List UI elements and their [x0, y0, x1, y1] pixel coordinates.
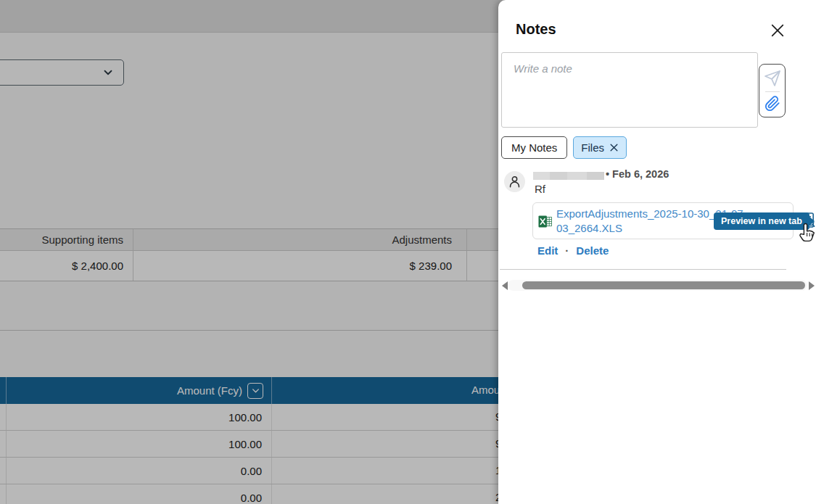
date-text: Feb 6, 2026 — [612, 168, 669, 180]
author-name-redacted — [533, 172, 604, 180]
excel-file-icon — [538, 215, 552, 228]
close-button[interactable] — [768, 21, 787, 40]
scrollbar-thumb[interactable] — [522, 281, 805, 289]
composer-actions-box — [759, 64, 786, 117]
composer-divider — [765, 91, 780, 92]
horizontal-scrollbar — [498, 280, 816, 292]
note-date: • Feb 6, 2026 — [606, 168, 669, 180]
files-filter-label: Files — [581, 141, 604, 154]
date-bullet: • — [606, 168, 609, 180]
remove-files-filter-icon[interactable] — [609, 143, 619, 152]
write-note-input[interactable] — [501, 52, 758, 128]
avatar — [504, 171, 525, 192]
panel-title: Notes — [516, 21, 556, 38]
actions-separator: · — [565, 244, 569, 257]
scroll-left-arrow[interactable] — [502, 281, 508, 290]
screen: Supporting items Adjustments $ 2,400.00 … — [0, 0, 816, 504]
close-icon — [770, 22, 786, 38]
preview-tooltip: Preview in new tab — [714, 212, 809, 230]
delete-note-link[interactable]: Delete — [576, 244, 609, 257]
send-note-button[interactable] — [764, 70, 781, 87]
my-notes-filter-button[interactable]: My Notes — [501, 136, 567, 159]
notes-filter-row: My Notes Files — [501, 136, 627, 159]
send-icon — [764, 70, 781, 87]
paperclip-icon — [765, 96, 780, 112]
note-actions: Edit · Delete — [537, 244, 609, 257]
files-filter-chip[interactable]: Files — [573, 136, 627, 159]
edit-note-link[interactable]: Edit — [537, 244, 558, 257]
note-body-text: Rf — [535, 183, 545, 195]
notes-list-divider — [500, 269, 786, 270]
notes-panel: Notes My Notes Files — [498, 0, 816, 504]
user-icon — [508, 175, 522, 189]
scroll-right-arrow[interactable] — [809, 281, 815, 290]
attach-file-button[interactable] — [765, 96, 780, 112]
